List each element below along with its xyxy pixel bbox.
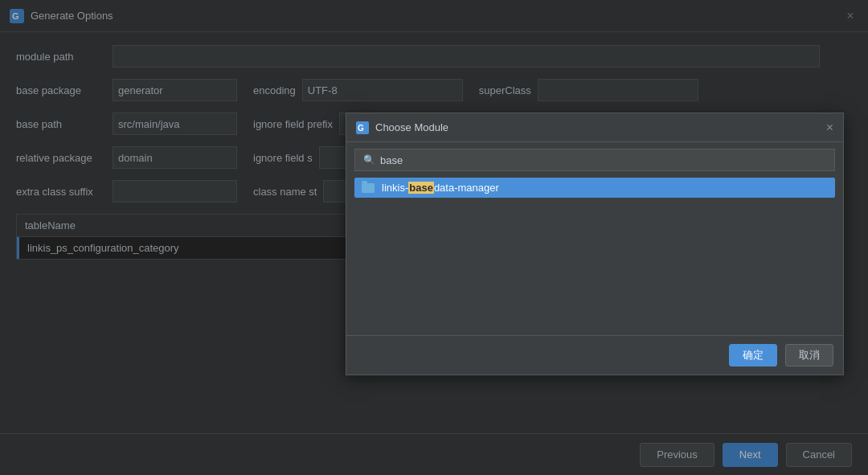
dialog-bottom: 确定 取消 [346, 335, 843, 375]
folder-icon [361, 182, 375, 194]
dialog-close-button[interactable]: × [826, 121, 833, 135]
dialog-cancel-button[interactable]: 取消 [785, 344, 833, 366]
module-search-input[interactable] [380, 154, 826, 166]
dialog-title-bar: G Choose Module × [346, 113, 843, 142]
highlight-text: base [408, 182, 434, 194]
dialog-confirm-button[interactable]: 确定 [729, 344, 777, 366]
svg-text:G: G [358, 124, 364, 133]
choose-module-dialog: G Choose Module × 🔍 linkis-basedata-mana… [346, 113, 844, 375]
list-item-label: linkis-basedata-manager [382, 182, 499, 194]
main-window: G Generate Options × module path base pa… [0, 0, 868, 475]
dialog-icon: G [356, 121, 369, 134]
list-item[interactable]: linkis-basedata-manager [354, 178, 835, 198]
search-icon: 🔍 [363, 154, 375, 166]
dialog-title-text: Choose Module [375, 121, 448, 133]
dialog-list: linkis-basedata-manager [346, 174, 843, 271]
dialog-search-box: 🔍 [354, 149, 835, 171]
